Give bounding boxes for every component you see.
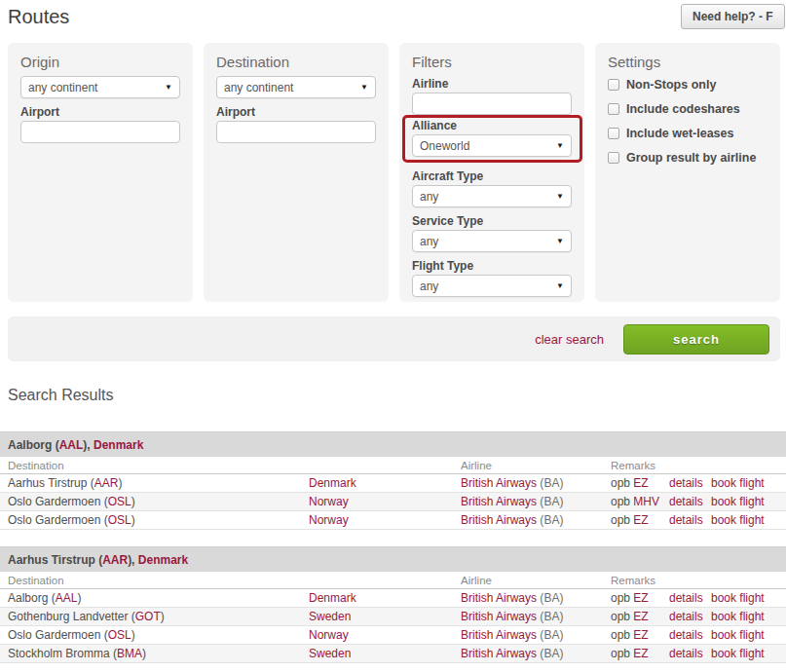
flight-type-select[interactable]: any ▼	[412, 275, 572, 297]
chevron-down-icon: ▼	[556, 192, 564, 201]
remark-code-link[interactable]: EZ	[633, 647, 648, 660]
remarks-cell: opb EZ	[611, 589, 669, 608]
page-title: Routes	[0, 0, 786, 28]
country-link[interactable]: Norway	[309, 628, 349, 642]
destination-code-link[interactable]: GOT	[135, 610, 161, 623]
group-country-link[interactable]: Denmark	[138, 553, 188, 567]
airline-code: (BA)	[537, 647, 563, 660]
country-link[interactable]: Denmark	[309, 476, 356, 490]
destination-continent-select[interactable]: any continent ▼	[216, 76, 376, 98]
destination-code-link[interactable]: OSL	[108, 628, 131, 642]
details-link[interactable]: details	[669, 513, 703, 527]
service-type-label: Service Type	[412, 215, 572, 228]
origin-continent-value: any continent	[28, 81, 97, 94]
destination-code-link[interactable]: AAL	[56, 591, 78, 605]
chevron-down-icon: ▼	[360, 83, 368, 92]
settings-option[interactable]: Group result by airline	[608, 151, 767, 165]
checkbox[interactable]	[608, 79, 619, 91]
destination-code-link[interactable]: OSL	[108, 495, 131, 508]
origin-airport-label: Airport	[20, 106, 180, 119]
country-cell: Sweden	[309, 645, 461, 663]
book-flight-link[interactable]: book flight	[711, 647, 765, 660]
details-link[interactable]: details	[669, 476, 703, 490]
destination-cell: Oslo Gardermoen (OSL)	[0, 626, 309, 645]
book-flight-link[interactable]: book flight	[711, 513, 765, 527]
group-airport-code-link[interactable]: AAL	[59, 438, 84, 452]
remark-code-link[interactable]: EZ	[633, 591, 648, 605]
airline-link[interactable]: British Airways	[461, 647, 537, 660]
origin-airport-input[interactable]	[20, 121, 180, 143]
chevron-down-icon: ▼	[556, 141, 564, 150]
book-flight-link[interactable]: book flight	[711, 495, 765, 508]
remark-code-link[interactable]: EZ	[633, 628, 648, 642]
checkbox-label: Group result by airline	[626, 151, 756, 165]
airline-input[interactable]	[412, 93, 572, 115]
destination-code-link[interactable]: BMA	[117, 647, 142, 660]
search-action-bar: clear search search	[8, 317, 780, 361]
airline-link[interactable]: British Airways	[461, 610, 537, 623]
book-flight-cell: book flight	[711, 511, 786, 530]
airline-link[interactable]: British Airways	[461, 591, 537, 605]
remark-code-link[interactable]: EZ	[633, 476, 648, 490]
col-remarks: Remarks	[611, 457, 669, 474]
destination-airport-label: Airport	[216, 106, 376, 119]
book-flight-cell: book flight	[711, 608, 786, 626]
origin-panel: Origin any continent ▼ Airport	[8, 43, 193, 302]
aircraft-type-select[interactable]: any ▼	[412, 185, 572, 207]
filters-panel: Filters Airline Alliance Oneworld ▼ Airc…	[399, 43, 584, 302]
result-row: Stockholm Bromma (BMA)SwedenBritish Airw…	[0, 645, 786, 663]
result-row: Gothenburg Landvetter (GOT)SwedenBritish…	[0, 608, 786, 626]
details-link[interactable]: details	[669, 628, 703, 642]
details-link[interactable]: details	[669, 647, 703, 660]
airline-cell: British Airways (BA)	[461, 474, 611, 493]
help-button[interactable]: Need help? - F	[681, 4, 785, 29]
group-country-link[interactable]: Denmark	[94, 438, 143, 452]
airline-link[interactable]: British Airways	[461, 628, 537, 642]
airline-link[interactable]: British Airways	[461, 513, 537, 527]
destination-code-link[interactable]: AAR	[94, 476, 119, 490]
clear-search-link[interactable]: clear search	[535, 332, 604, 347]
checkbox[interactable]	[608, 152, 619, 164]
destination-code-link[interactable]: OSL	[108, 513, 131, 527]
country-link[interactable]: Norway	[309, 513, 349, 527]
origin-continent-select[interactable]: any continent ▼	[20, 76, 180, 98]
book-flight-link[interactable]: book flight	[711, 476, 765, 490]
country-link[interactable]: Sweden	[309, 610, 351, 623]
destination-continent-value: any continent	[224, 81, 293, 94]
remark-code-link[interactable]: EZ	[633, 610, 648, 623]
destination-airport-input[interactable]	[216, 121, 376, 143]
details-link[interactable]: details	[669, 495, 703, 508]
book-flight-link[interactable]: book flight	[711, 628, 765, 642]
results-table-header: DestinationAirlineRemarks	[0, 457, 786, 474]
remark-code-link[interactable]: MHV	[633, 495, 659, 508]
book-flight-link[interactable]: book flight	[711, 610, 765, 623]
details-cell: details	[669, 589, 711, 608]
service-type-select[interactable]: any ▼	[412, 230, 572, 252]
details-cell: details	[669, 608, 711, 626]
country-link[interactable]: Norway	[309, 495, 349, 508]
country-link[interactable]: Denmark	[309, 591, 356, 605]
details-link[interactable]: details	[669, 610, 703, 623]
book-flight-link[interactable]: book flight	[711, 591, 765, 605]
airline-code: (BA)	[537, 513, 563, 527]
search-button[interactable]: search	[623, 324, 769, 355]
remark-code-link[interactable]: EZ	[633, 513, 648, 527]
destination-name: Oslo Gardermoen (	[8, 495, 108, 508]
country-link[interactable]: Sweden	[309, 647, 351, 660]
airline-link[interactable]: British Airways	[461, 495, 537, 508]
checkbox[interactable]	[608, 103, 619, 115]
settings-option[interactable]: Include codeshares	[608, 102, 767, 116]
settings-option[interactable]: Non-Stops only	[608, 78, 767, 92]
airline-link[interactable]: British Airways	[461, 476, 537, 490]
group-airport-code-link[interactable]: AAR	[102, 553, 128, 567]
destination-name: Oslo Gardermoen (	[8, 628, 108, 642]
remark-operator: opb	[611, 513, 633, 527]
result-row: Oslo Gardermoen (OSL)NorwayBritish Airwa…	[0, 493, 786, 511]
destination-cell: Oslo Gardermoen (OSL)	[0, 511, 309, 530]
col-airline: Airline	[461, 572, 611, 589]
alliance-select[interactable]: Oneworld ▼	[412, 134, 572, 157]
checkbox[interactable]	[608, 128, 619, 139]
details-link[interactable]: details	[669, 591, 703, 605]
result-group: Aalborg (AAL), DenmarkDestinationAirline…	[0, 431, 786, 530]
settings-option[interactable]: Include wet-leases	[608, 127, 767, 140]
